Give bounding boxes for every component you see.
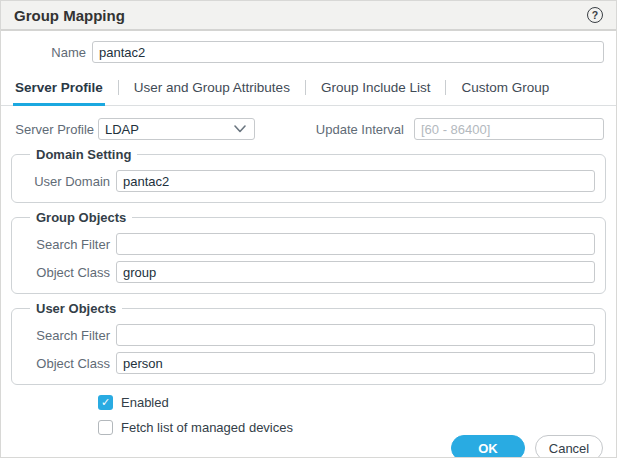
user-objects-group: User Objects Search Filter Object Class	[11, 301, 606, 385]
tab-bar: Server Profile User and Group Attributes…	[1, 76, 616, 106]
name-input[interactable]	[92, 41, 604, 63]
group-object-class-row: Object Class	[22, 261, 595, 283]
help-icon[interactable]: ?	[587, 7, 603, 23]
chevron-down-icon	[234, 125, 246, 133]
tab-divider	[118, 80, 119, 95]
user-object-class-row: Object Class	[22, 352, 595, 374]
tab-divider	[445, 80, 446, 95]
user-objects-legend: User Objects	[30, 301, 122, 316]
fetch-managed-devices-checkbox[interactable]	[98, 420, 113, 435]
group-objects-legend: Group Objects	[30, 210, 132, 225]
cancel-button[interactable]: Cancel	[535, 435, 603, 458]
update-interval-label: Update Interval	[255, 122, 404, 137]
group-object-class-input[interactable]	[116, 261, 595, 283]
user-search-filter-row: Search Filter	[22, 324, 595, 346]
group-search-filter-row: Search Filter	[22, 233, 595, 255]
name-row: Name	[1, 41, 604, 63]
group-mapping-dialog: Group Mapping ? Name Server Profile User…	[0, 0, 617, 458]
tab-custom-group[interactable]: Custom Group	[459, 76, 551, 106]
tab-server-profile[interactable]: Server Profile	[13, 76, 105, 106]
check-icon: ✓	[101, 397, 110, 408]
dialog-footer: OK Cancel	[1, 435, 616, 458]
fetch-managed-devices-checkbox-label: Fetch list of managed devices	[121, 420, 293, 435]
user-domain-input[interactable]	[116, 170, 595, 192]
update-interval-input[interactable]	[414, 118, 604, 140]
enabled-checkbox[interactable]: ✓	[98, 395, 113, 410]
server-profile-select[interactable]: LDAP	[98, 118, 255, 140]
fetch-managed-devices-checkbox-row[interactable]: Fetch list of managed devices	[98, 420, 616, 435]
user-domain-row: User Domain	[22, 170, 595, 192]
user-search-filter-input[interactable]	[116, 324, 595, 346]
enabled-checkbox-row[interactable]: ✓ Enabled	[98, 395, 616, 410]
domain-setting-legend: Domain Setting	[30, 147, 137, 162]
user-domain-label: User Domain	[22, 174, 110, 189]
user-search-filter-label: Search Filter	[22, 328, 110, 343]
server-profile-label: Server Profile	[1, 122, 94, 137]
group-object-class-label: Object Class	[22, 265, 110, 280]
tab-group-include-list[interactable]: Group Include List	[319, 76, 433, 106]
server-profile-row: Server Profile LDAP Update Interval	[1, 118, 604, 140]
domain-setting-group: Domain Setting User Domain	[11, 147, 606, 203]
dialog-title-bar: Group Mapping ?	[1, 1, 616, 31]
enabled-checkbox-label: Enabled	[121, 395, 169, 410]
server-profile-value: LDAP	[105, 122, 139, 137]
name-label: Name	[1, 45, 86, 60]
group-search-filter-label: Search Filter	[22, 237, 110, 252]
tab-divider	[305, 80, 306, 95]
group-search-filter-input[interactable]	[116, 233, 595, 255]
tab-user-and-group-attributes[interactable]: User and Group Attributes	[132, 76, 292, 106]
ok-button[interactable]: OK	[451, 435, 525, 458]
dialog-title: Group Mapping	[14, 7, 125, 24]
user-object-class-label: Object Class	[22, 356, 110, 371]
group-objects-group: Group Objects Search Filter Object Class	[11, 210, 606, 294]
user-object-class-input[interactable]	[116, 352, 595, 374]
